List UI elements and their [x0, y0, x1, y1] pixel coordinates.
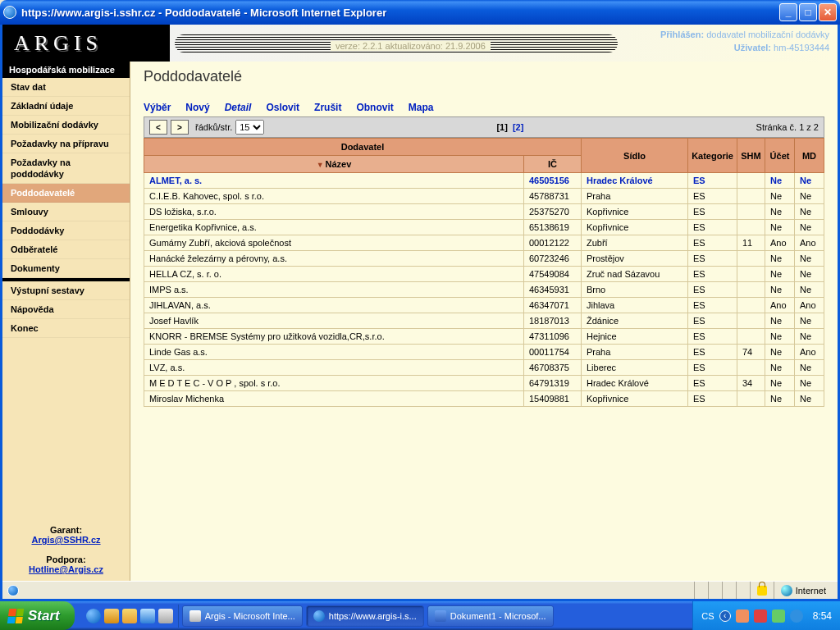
table-row[interactable]: JIHLAVAN, a.s.46347071JihlavaESAnoAno: [144, 298, 824, 313]
col-shm[interactable]: SHM: [737, 139, 765, 173]
sidebar-item[interactable]: Odběratelé: [2, 240, 130, 259]
col-dodavatel[interactable]: Dodavatel: [144, 139, 582, 156]
table-row[interactable]: Hanácké železárny a pérovny, a.s.6072324…: [144, 251, 824, 267]
tray-icon-4[interactable]: [790, 609, 803, 623]
ql-desktop-icon[interactable]: [158, 609, 173, 623]
table-row[interactable]: Energetika Kopřivnice, a.s.65138619Kopři…: [144, 220, 824, 235]
taskbar-task-button[interactable]: Dokument1 - Microsof...: [427, 605, 554, 627]
cell-kat: ES: [688, 235, 737, 251]
table-row[interactable]: HELLA CZ, s. r. o.47549084Zruč nad Sázav…: [144, 267, 824, 282]
cell-ucet: Ano: [765, 235, 795, 251]
support-link[interactable]: Hotline@Argis.cz: [9, 564, 123, 574]
sidebar-item[interactable]: Mobilizační dodávky: [2, 116, 130, 135]
sidebar-item[interactable]: Smlouvy: [2, 203, 130, 221]
cell-sidlo: Jihlava: [582, 298, 688, 313]
tray-chevron-icon[interactable]: ‹: [719, 610, 731, 622]
window-title: https://www.argis-i.sshr.cz - Poddodavat…: [21, 7, 779, 19]
toolbar-link[interactable]: Obnovit: [356, 102, 393, 113]
cell-nazev: Linde Gas a.s.: [144, 345, 524, 360]
globe-icon: [781, 585, 792, 596]
toolbar-link[interactable]: Výběr: [144, 102, 171, 113]
toolbar-link[interactable]: Oslovit: [266, 102, 299, 113]
col-kategorie[interactable]: Kategorie: [688, 139, 737, 173]
start-button[interactable]: Start: [0, 601, 75, 630]
cell-shm: [737, 267, 765, 282]
cell-ucet: Ne: [765, 189, 795, 204]
sidebar-item[interactable]: Dokumenty: [2, 259, 130, 278]
table-row[interactable]: Josef Havlík18187013ŽdániceESNeNe: [144, 313, 824, 329]
sidebar-item[interactable]: Výstupní sestavy: [2, 281, 130, 300]
language-indicator[interactable]: CS: [701, 611, 714, 621]
cell-kat: ES: [688, 329, 737, 345]
cell-ic: 64791319: [524, 376, 582, 391]
sidebar-item[interactable]: Nápověda: [2, 300, 130, 319]
toolbar-link[interactable]: Mapa: [409, 102, 434, 113]
clock[interactable]: 8:54: [813, 610, 832, 622]
cell-ic: 18187013: [524, 313, 582, 329]
col-ucet[interactable]: Účet: [765, 139, 795, 173]
col-md[interactable]: MD: [795, 139, 824, 173]
cell-nazev: JIHLAVAN, a.s.: [144, 298, 524, 313]
taskbar: Start Argis - Microsoft Inte...https://w…: [0, 601, 840, 630]
sidebar-item[interactable]: Základní údaje: [2, 97, 130, 116]
page-number-link[interactable]: [1]: [496, 122, 507, 132]
rows-per-page-label: řádků/str.: [195, 122, 232, 132]
garant-link[interactable]: Argis@SSHR.cz: [9, 535, 123, 545]
ql-explorer-icon[interactable]: [122, 609, 137, 623]
taskbar-task-button[interactable]: Argis - Microsoft Inte...: [182, 605, 303, 627]
table-row[interactable]: M E D T E C - V O P , spol. s r.o.647913…: [144, 376, 824, 391]
cell-ucet: Ne: [765, 313, 795, 329]
page-prev-button[interactable]: <: [149, 120, 167, 135]
suppliers-table: Dodavatel Sídlo Kategorie SHM Účet MD ▼N…: [144, 138, 824, 407]
col-nazev[interactable]: ▼Název: [144, 156, 524, 173]
cell-kat: ES: [688, 298, 737, 313]
tray-icon-1[interactable]: [736, 609, 749, 623]
tray-icon-2[interactable]: [754, 609, 767, 623]
ql-mail-icon[interactable]: [104, 609, 119, 623]
sidebar-item[interactable]: Stav dat: [2, 78, 130, 97]
sidebar-item[interactable]: Poddodávky: [2, 221, 130, 240]
windows-logo-icon: [7, 609, 25, 623]
rows-per-page-select[interactable]: 15: [235, 120, 264, 135]
sidebar-item[interactable]: Konec: [2, 319, 130, 338]
cell-ic: 46708375: [524, 360, 582, 376]
toolbar-link[interactable]: Nový: [185, 102, 209, 113]
toolbar-link[interactable]: Detail: [225, 102, 252, 113]
cell-sidlo: Zruč nad Sázavou: [582, 267, 688, 282]
cell-md: Ne: [795, 329, 824, 345]
toolbar-link[interactable]: Zrušit: [314, 102, 341, 113]
table-row[interactable]: Gumárny Zubří, akciová společnost0001212…: [144, 235, 824, 251]
table-row[interactable]: C.I.E.B. Kahovec, spol. s r.o.45788731Pr…: [144, 189, 824, 204]
ql-wmp-icon[interactable]: [140, 609, 155, 623]
cell-ucet: Ne: [765, 391, 795, 407]
ie-status-bar: Internet: [2, 581, 838, 599]
table-row[interactable]: KNORR - BREMSE Systémy pro užitková vozi…: [144, 329, 824, 345]
table-row[interactable]: ALMET, a. s.46505156Hradec KrálovéESNeNe: [144, 173, 824, 189]
table-row[interactable]: Linde Gas a.s.00011754PrahaES74NeAno: [144, 345, 824, 360]
sidebar-item[interactable]: Poddodavatelé: [2, 184, 130, 203]
cell-md: Ne: [795, 220, 824, 235]
page-number-link[interactable]: [2]: [513, 122, 523, 132]
col-sidlo[interactable]: Sídlo: [582, 139, 688, 173]
page-next-button[interactable]: >: [171, 120, 189, 135]
cell-ic: 00011754: [524, 345, 582, 360]
minimize-button[interactable]: _: [779, 3, 797, 21]
sidebar-item[interactable]: Požadavky na poddodávky: [2, 153, 130, 184]
table-row[interactable]: DS ložiska, s.r.o.25375270KopřivniceESNe…: [144, 204, 824, 220]
taskbar-task-button[interactable]: https://www.argis-i.s...: [306, 605, 424, 627]
close-button[interactable]: ✕: [819, 3, 837, 21]
table-row[interactable]: IMPS a.s.46345931BrnoESNeNe: [144, 282, 824, 298]
cell-ic: 47311096: [524, 329, 582, 345]
cell-kat: ES: [688, 220, 737, 235]
table-row[interactable]: LVZ, a.s.46708375LiberecESNeNe: [144, 360, 824, 376]
col-ic[interactable]: IČ: [524, 156, 582, 173]
cell-ic: 65138619: [524, 220, 582, 235]
maximize-button[interactable]: □: [799, 3, 817, 21]
ql-ie-icon[interactable]: [86, 609, 101, 623]
cell-md: Ne: [795, 360, 824, 376]
cell-nazev: ALMET, a. s.: [144, 173, 524, 189]
cell-md: Ne: [795, 267, 824, 282]
sidebar-item[interactable]: Požadavky na přípravu: [2, 135, 130, 153]
table-row[interactable]: Miroslav Michenka15409881KopřivniceESNeN…: [144, 391, 824, 407]
tray-icon-3[interactable]: [772, 609, 785, 623]
